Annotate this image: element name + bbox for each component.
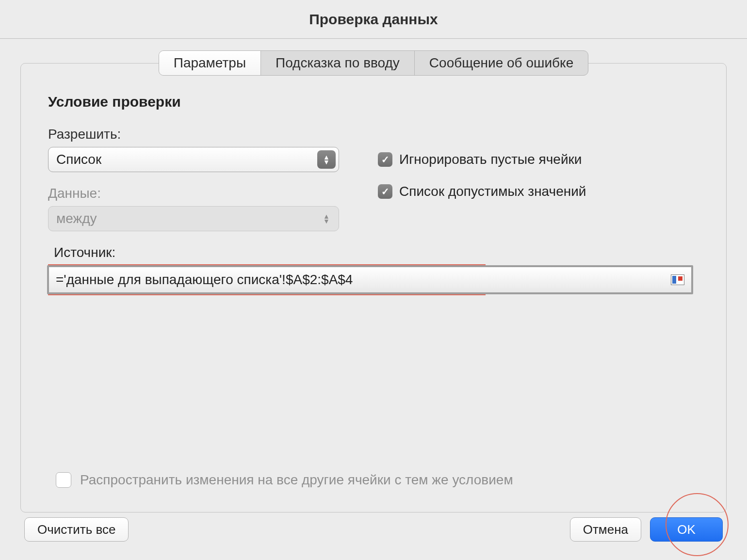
data-validation-dialog: Проверка данных Параметры Подсказка по в… xyxy=(0,0,747,560)
form-grid: Разрешить: Список ▲▼ Данные: между ▲▼ xyxy=(48,127,699,231)
tabstrip-inner: Параметры Подсказка по вводу Сообщение о… xyxy=(159,50,589,76)
checkbox-icon xyxy=(56,472,71,488)
tab-input-hint[interactable]: Подсказка по вводу xyxy=(261,51,415,75)
data-combo-value: между xyxy=(56,211,97,226)
titlebar: Проверка данных xyxy=(0,0,747,39)
section-title: Условие проверки xyxy=(48,94,699,110)
dialog-title: Проверка данных xyxy=(309,11,438,28)
apply-same-checkbox: Распространить изменения на все другие я… xyxy=(56,472,513,488)
checkmark-icon: ✓ xyxy=(378,184,392,199)
ok-button[interactable]: OK xyxy=(650,517,723,542)
allow-label: Разрешить: xyxy=(48,127,339,142)
clear-all-button[interactable]: Очистить все xyxy=(24,517,129,542)
allow-combo-value: Список xyxy=(56,152,101,167)
source-highlight: ='данные для выпадающего списка'!$A$2:$A… xyxy=(48,264,486,295)
allow-combo[interactable]: Список ▲▼ xyxy=(48,147,339,172)
dialog-footer: Очистить все Отмена OK xyxy=(20,512,727,546)
tabstrip: Параметры Подсказка по вводу Сообщение о… xyxy=(20,50,727,76)
data-label: Данные: xyxy=(48,186,339,201)
ignore-empty-label: Игнорировать пустые ячейки xyxy=(399,152,582,167)
form-right: ✓ Игнорировать пустые ячейки ✓ Список до… xyxy=(378,127,699,231)
cancel-button[interactable]: Отмена xyxy=(570,517,641,542)
in-cell-dropdown-checkbox[interactable]: ✓ Список допустимых значений xyxy=(378,184,699,199)
content-area: Параметры Подсказка по вводу Сообщение о… xyxy=(0,39,747,560)
ignore-empty-checkbox[interactable]: ✓ Игнорировать пустые ячейки xyxy=(378,152,699,167)
range-picker-icon[interactable] xyxy=(671,274,684,285)
parameters-panel: Условие проверки Разрешить: Список ▲▼ Да… xyxy=(20,63,727,512)
source-label: Источник: xyxy=(48,245,699,260)
stepper-icon: ▲▼ xyxy=(317,150,336,169)
in-cell-dropdown-label: Список допустимых значений xyxy=(399,184,586,199)
source-input-value: ='данные для выпадающего списка'!$A$2:$A… xyxy=(56,272,671,288)
form-left: Разрешить: Список ▲▼ Данные: между ▲▼ xyxy=(48,127,339,231)
checkmark-icon: ✓ xyxy=(378,152,392,167)
tab-error-message[interactable]: Сообщение об ошибке xyxy=(415,51,588,75)
source-input[interactable]: ='данные для выпадающего списка'!$A$2:$A… xyxy=(47,265,693,294)
data-combo: между ▲▼ xyxy=(48,206,339,231)
source-section: Источник: ='данные для выпадающего списк… xyxy=(48,245,699,295)
stepper-icon: ▲▼ xyxy=(317,209,336,228)
tab-parameters[interactable]: Параметры xyxy=(159,51,261,75)
apply-same-label: Распространить изменения на все другие я… xyxy=(80,472,513,488)
